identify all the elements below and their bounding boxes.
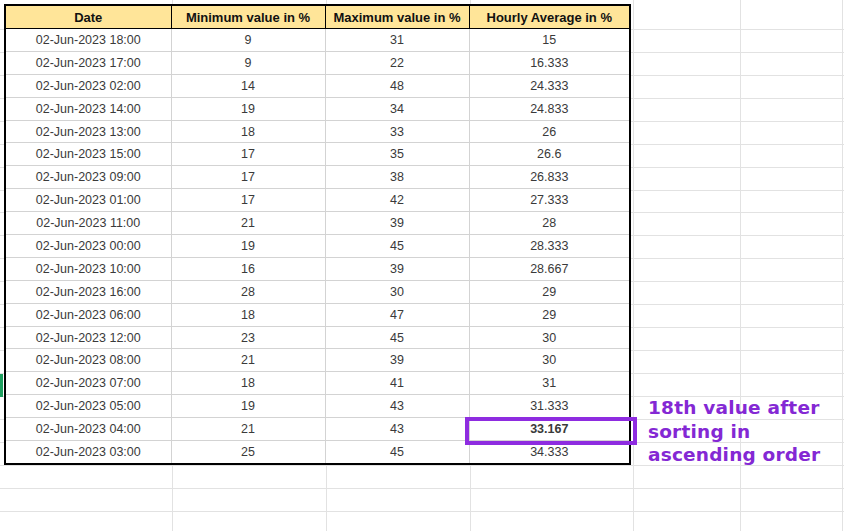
table-row: 02-Jun-2023 18:0093115 <box>5 29 630 52</box>
max-cell[interactable]: 33 <box>325 120 469 143</box>
avg-cell[interactable]: 27.333 <box>469 189 630 212</box>
avg-cell[interactable]: 28.333 <box>469 235 630 258</box>
avg-cell[interactable]: 28.667 <box>469 257 630 280</box>
header-row: Date Minimum value in % Maximum value in… <box>5 5 630 29</box>
date-cell[interactable]: 02-Jun-2023 16:00 <box>5 280 171 303</box>
avg-cell[interactable]: 24.833 <box>469 97 630 120</box>
avg-cell[interactable]: 33.167 <box>469 418 630 441</box>
column-header-minimum[interactable]: Minimum value in % <box>171 5 325 29</box>
table-row: 02-Jun-2023 06:00184729 <box>5 303 630 326</box>
table-row: 02-Jun-2023 05:00194331.333 <box>5 395 630 418</box>
min-cell[interactable]: 21 <box>171 212 325 235</box>
table-row: 02-Jun-2023 02:00144824.333 <box>5 74 630 97</box>
date-cell[interactable]: 02-Jun-2023 13:00 <box>5 120 171 143</box>
avg-cell[interactable]: 15 <box>469 29 630 52</box>
table-row: 02-Jun-2023 15:00173526.6 <box>5 143 630 166</box>
column-header-hourly-avg[interactable]: Hourly Average in % <box>469 5 630 29</box>
data-table: Date Minimum value in % Maximum value in… <box>4 4 631 465</box>
avg-cell[interactable]: 26.6 <box>469 143 630 166</box>
max-cell[interactable]: 22 <box>325 51 469 74</box>
table-row: 02-Jun-2023 04:00214333.167 <box>5 418 630 441</box>
table-row: 02-Jun-2023 17:0092216.333 <box>5 51 630 74</box>
max-cell[interactable]: 39 <box>325 349 469 372</box>
table-row: 02-Jun-2023 09:00173826.833 <box>5 166 630 189</box>
date-cell[interactable]: 02-Jun-2023 08:00 <box>5 349 171 372</box>
min-cell[interactable]: 18 <box>171 303 325 326</box>
date-cell[interactable]: 02-Jun-2023 10:00 <box>5 257 171 280</box>
date-cell[interactable]: 02-Jun-2023 03:00 <box>5 441 171 464</box>
max-cell[interactable]: 43 <box>325 395 469 418</box>
date-cell[interactable]: 02-Jun-2023 01:00 <box>5 189 171 212</box>
min-cell[interactable]: 17 <box>171 143 325 166</box>
min-cell[interactable]: 17 <box>171 166 325 189</box>
min-cell[interactable]: 21 <box>171 418 325 441</box>
avg-cell[interactable]: 28 <box>469 212 630 235</box>
min-cell[interactable]: 17 <box>171 189 325 212</box>
max-cell[interactable]: 42 <box>325 189 469 212</box>
avg-cell[interactable]: 29 <box>469 303 630 326</box>
min-cell[interactable]: 14 <box>171 74 325 97</box>
date-cell[interactable]: 02-Jun-2023 00:00 <box>5 235 171 258</box>
date-cell[interactable]: 02-Jun-2023 17:00 <box>5 51 171 74</box>
table-body: 02-Jun-2023 18:009311502-Jun-2023 17:009… <box>5 29 630 464</box>
min-cell[interactable]: 19 <box>171 235 325 258</box>
max-cell[interactable]: 38 <box>325 166 469 189</box>
avg-cell[interactable]: 24.333 <box>469 74 630 97</box>
table-row: 02-Jun-2023 11:00213928 <box>5 212 630 235</box>
avg-cell[interactable]: 34.333 <box>469 441 630 464</box>
date-cell[interactable]: 02-Jun-2023 02:00 <box>5 74 171 97</box>
max-cell[interactable]: 45 <box>325 326 469 349</box>
date-cell[interactable]: 02-Jun-2023 09:00 <box>5 166 171 189</box>
max-cell[interactable]: 30 <box>325 280 469 303</box>
max-cell[interactable]: 39 <box>325 212 469 235</box>
max-cell[interactable]: 39 <box>325 257 469 280</box>
max-cell[interactable]: 45 <box>325 441 469 464</box>
table-row: 02-Jun-2023 00:00194528.333 <box>5 235 630 258</box>
max-cell[interactable]: 41 <box>325 372 469 395</box>
min-cell[interactable]: 9 <box>171 29 325 52</box>
date-cell[interactable]: 02-Jun-2023 15:00 <box>5 143 171 166</box>
min-cell[interactable]: 23 <box>171 326 325 349</box>
min-cell[interactable]: 18 <box>171 372 325 395</box>
table-row: 02-Jun-2023 01:00174227.333 <box>5 189 630 212</box>
max-cell[interactable]: 45 <box>325 235 469 258</box>
avg-cell[interactable]: 16.333 <box>469 51 630 74</box>
avg-cell[interactable]: 31.333 <box>469 395 630 418</box>
column-header-maximum[interactable]: Maximum value in % <box>325 5 469 29</box>
max-cell[interactable]: 34 <box>325 97 469 120</box>
avg-cell[interactable]: 29 <box>469 280 630 303</box>
min-cell[interactable]: 25 <box>171 441 325 464</box>
min-cell[interactable]: 9 <box>171 51 325 74</box>
avg-cell[interactable]: 31 <box>469 372 630 395</box>
min-cell[interactable]: 19 <box>171 97 325 120</box>
table-row: 02-Jun-2023 03:00254534.333 <box>5 441 630 464</box>
date-cell[interactable]: 02-Jun-2023 12:00 <box>5 326 171 349</box>
date-cell[interactable]: 02-Jun-2023 04:00 <box>5 418 171 441</box>
min-cell[interactable]: 18 <box>171 120 325 143</box>
min-cell[interactable]: 16 <box>171 257 325 280</box>
max-cell[interactable]: 43 <box>325 418 469 441</box>
date-cell[interactable]: 02-Jun-2023 06:00 <box>5 303 171 326</box>
max-cell[interactable]: 31 <box>325 29 469 52</box>
date-cell[interactable]: 02-Jun-2023 11:00 <box>5 212 171 235</box>
min-cell[interactable]: 21 <box>171 349 325 372</box>
avg-cell[interactable]: 30 <box>469 326 630 349</box>
table-row: 02-Jun-2023 14:00193424.833 <box>5 97 630 120</box>
table-row: 02-Jun-2023 12:00234530 <box>5 326 630 349</box>
min-cell[interactable]: 19 <box>171 395 325 418</box>
date-cell[interactable]: 02-Jun-2023 14:00 <box>5 97 171 120</box>
selection-marker <box>0 374 3 397</box>
avg-cell[interactable]: 30 <box>469 349 630 372</box>
table-row: 02-Jun-2023 07:00184131 <box>5 372 630 395</box>
max-cell[interactable]: 47 <box>325 303 469 326</box>
column-header-date[interactable]: Date <box>5 5 171 29</box>
max-cell[interactable]: 35 <box>325 143 469 166</box>
min-cell[interactable]: 28 <box>171 280 325 303</box>
max-cell[interactable]: 48 <box>325 74 469 97</box>
avg-cell[interactable]: 26 <box>469 120 630 143</box>
date-cell[interactable]: 02-Jun-2023 07:00 <box>5 372 171 395</box>
sheet-column-gridline <box>633 0 634 531</box>
date-cell[interactable]: 02-Jun-2023 18:00 <box>5 29 171 52</box>
avg-cell[interactable]: 26.833 <box>469 166 630 189</box>
date-cell[interactable]: 02-Jun-2023 05:00 <box>5 395 171 418</box>
